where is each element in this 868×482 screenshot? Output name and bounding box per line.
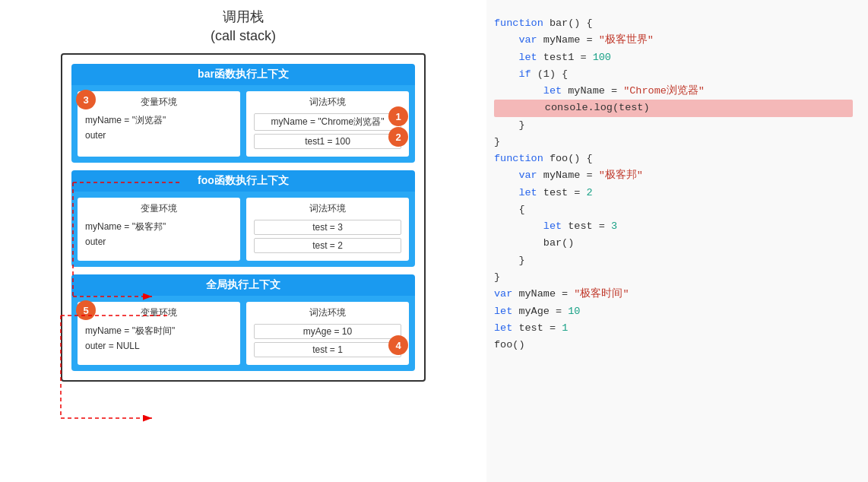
bar-lex-item-1: myName = "Chrome浏览器" 1	[254, 113, 401, 131]
badge-4: 4	[388, 335, 408, 355]
foo-variable-env: 变量环境 myName = "极客邦"outer	[78, 198, 240, 261]
code-line-2: var myName = "极客世界"	[494, 32, 853, 49]
diagram-title: 调用栈 (call stack)	[211, 8, 276, 46]
global-lex-label: 词法环境	[254, 306, 401, 319]
foo-frame-body: 变量环境 myName = "极客邦"outer 词法环境 test = 3 t…	[71, 192, 415, 267]
code-line-12: {	[494, 201, 853, 218]
bar-var-content: myName = "浏览器"outer	[85, 113, 233, 142]
foo-var-label: 变量环境	[85, 202, 233, 215]
foo-lex-item-2: test = 2	[254, 238, 401, 253]
global-var-content: myName = "极客时间"outer = NULL	[85, 324, 233, 353]
code-panel: function bar() { var myName = "极客世界" let…	[486, 0, 868, 482]
global-frame-header: 全局执行上下文	[71, 274, 415, 296]
code-line-17: var myName = "极客时间"	[494, 286, 853, 303]
global-lex-item-2: test = 1 4	[254, 342, 401, 357]
badge-2: 2	[388, 127, 408, 147]
title-chinese: 调用栈	[211, 8, 276, 27]
bar-frame: bar函数执行上下文 3 变量环境 myName = "浏览器"outer 词法…	[71, 64, 415, 163]
code-line-13: let test = 3	[494, 218, 853, 235]
bar-lex-item-2: test1 = 100 2	[254, 134, 401, 149]
code-line-6: console.log(test)	[494, 100, 853, 116]
call-stack-box: bar函数执行上下文 3 变量环境 myName = "浏览器"outer 词法…	[61, 53, 426, 382]
code-line-14: bar()	[494, 235, 853, 252]
code-line-5: let myName = "Chrome浏览器"	[494, 83, 853, 100]
code-line-20: foo()	[494, 337, 853, 354]
foo-frame: foo函数执行上下文 变量环境 myName = "极客邦"outer 词法环境…	[71, 170, 415, 267]
foo-lexical-env: 词法环境 test = 3 test = 2	[246, 198, 409, 261]
code-line-10: var myName = "极客邦"	[494, 167, 853, 184]
global-variable-env: 5 变量环境 myName = "极客时间"outer = NULL	[78, 302, 240, 365]
global-frame-body: 5 变量环境 myName = "极客时间"outer = NULL 词法环境 …	[71, 296, 415, 371]
foo-lex-label: 词法环境	[254, 202, 401, 215]
bar-lexical-env: 词法环境 myName = "Chrome浏览器" 1 test1 = 100 …	[246, 91, 409, 157]
bar-lex-label: 词法环境	[254, 96, 401, 109]
code-line-9: function foo() {	[494, 151, 853, 167]
global-lex-item-1: myAge = 10	[254, 324, 401, 339]
code-line-4: if (1) {	[494, 66, 853, 83]
code-line-11: let test = 2	[494, 185, 853, 201]
foo-var-content: myName = "极客邦"outer	[85, 220, 233, 249]
badge-1: 1	[388, 106, 408, 126]
code-line-8: }	[494, 134, 853, 151]
foo-frame-header: foo函数执行上下文	[71, 170, 415, 192]
global-lexical-env: 词法环境 myAge = 10 test = 1 4	[246, 302, 409, 365]
code-line-18: let myAge = 10	[494, 303, 853, 320]
code-line-3: let test1 = 100	[494, 49, 853, 66]
global-var-label: 变量环境	[85, 306, 233, 319]
code-line-16: }	[494, 269, 853, 286]
code-line-15: }	[494, 252, 853, 269]
code-line-1: function bar() {	[494, 15, 853, 32]
code-line-7: }	[494, 117, 853, 134]
code-block: function bar() { var myName = "极客世界" let…	[494, 15, 853, 354]
global-frame: 全局执行上下文 5 变量环境 myName = "极客时间"outer = NU…	[71, 274, 415, 371]
bar-var-label: 变量环境	[85, 96, 233, 109]
bar-variable-env: 3 变量环境 myName = "浏览器"outer	[78, 91, 240, 157]
bar-frame-header: bar函数执行上下文	[71, 64, 415, 85]
title-english: (call stack)	[211, 27, 276, 46]
bar-frame-body: 3 变量环境 myName = "浏览器"outer 词法环境 myName =…	[71, 85, 415, 163]
code-line-19: let test = 1	[494, 320, 853, 337]
foo-lex-item-1: test = 3	[254, 220, 401, 235]
call-stack-diagram: 调用栈 (call stack) bar函数执行上下文 3 变量环境 myNam…	[0, 0, 486, 482]
